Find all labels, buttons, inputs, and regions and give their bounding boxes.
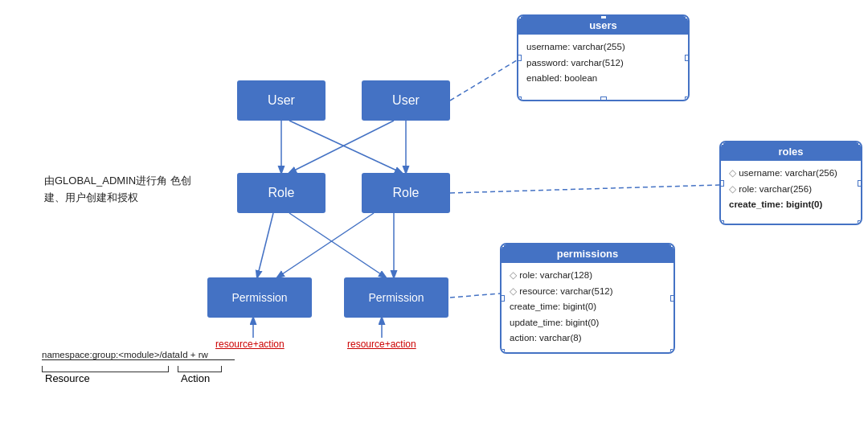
handle-br	[858, 220, 862, 225]
users-table-box: users username: varchar(255) password: v…	[517, 14, 690, 101]
svg-line-4	[257, 213, 273, 277]
handle-bl	[719, 220, 724, 225]
resource-label: Resource	[42, 372, 174, 384]
perms-field-1: role: varchar(128)	[510, 268, 665, 284]
handle-ml	[719, 180, 724, 187]
users-field-1: username: varchar(255)	[526, 39, 680, 55]
perm2-box: Permission	[344, 277, 448, 318]
handle-br	[685, 96, 690, 101]
resource-action-label2: resource+action	[347, 338, 416, 350]
role2-box: Role	[362, 173, 450, 213]
permissions-table-header: permissions	[502, 244, 674, 263]
permissions-table-box: permissions role: varchar(128) resource:…	[500, 243, 675, 354]
handle-bl	[500, 349, 505, 354]
role1-box: Role	[237, 173, 326, 213]
handle-tm	[600, 14, 607, 19]
svg-line-2	[289, 121, 394, 173]
resource-action-label1: resource+action	[215, 338, 285, 350]
perms-field-3: create_time: bigint(0)	[510, 299, 665, 315]
roles-table-body: username: varchar(256) role: varchar(256…	[721, 161, 861, 218]
users-field-2: password: varchar(512)	[526, 55, 680, 72]
users-table-body: username: varchar(255) password: varchar…	[518, 35, 688, 92]
handle-tl	[517, 14, 522, 19]
perms-field-4: update_time: bigint(0)	[510, 315, 665, 331]
svg-line-10	[450, 294, 500, 298]
svg-line-5	[289, 213, 386, 277]
permissions-table-body: role: varchar(128) resource: varchar(512…	[502, 263, 674, 351]
action-label: Action	[178, 372, 235, 384]
namespace-label: namespace:group:<module>/dataId + rw	[42, 350, 235, 360]
handle-tr	[685, 14, 690, 19]
perms-field-2: resource: varchar(512)	[510, 284, 665, 300]
roles-table-box: roles username: varchar(256) role: varch…	[719, 141, 862, 225]
diagram-container: User User Role Role Permission Permissio…	[0, 0, 868, 427]
svg-line-1	[289, 121, 402, 173]
handle-ml	[500, 295, 505, 302]
handle-bl	[517, 96, 522, 101]
perms-field-5: action: varchar(8)	[510, 331, 665, 347]
handle-tl	[500, 243, 505, 248]
handle-bm	[600, 96, 607, 101]
perm1-box: Permission	[207, 277, 312, 318]
user1-box: User	[237, 80, 326, 121]
svg-line-6	[277, 213, 374, 277]
handle-mr	[670, 295, 675, 302]
handle-tl	[719, 141, 724, 146]
handle-mr	[685, 55, 690, 61]
chinese-annotation: 由GLOBAL_ADMIN进行角 色创建、用户创建和授权	[44, 173, 193, 207]
user2-box: User	[362, 80, 450, 121]
roles-table-header: roles	[721, 142, 861, 161]
handle-mr	[858, 180, 862, 187]
roles-field-2: role: varchar(256)	[729, 182, 853, 198]
svg-line-8	[450, 60, 517, 101]
handle-ml	[517, 55, 522, 61]
svg-line-9	[450, 185, 719, 193]
bottom-labels-container: Resource Action	[42, 366, 235, 384]
handle-tr	[858, 141, 862, 146]
handle-br	[670, 349, 675, 354]
roles-field-3: create_time: bigint(0)	[729, 197, 853, 213]
handle-tr	[670, 243, 675, 248]
roles-field-1: username: varchar(256)	[729, 166, 853, 182]
users-field-3: enabled: boolean	[526, 71, 680, 87]
